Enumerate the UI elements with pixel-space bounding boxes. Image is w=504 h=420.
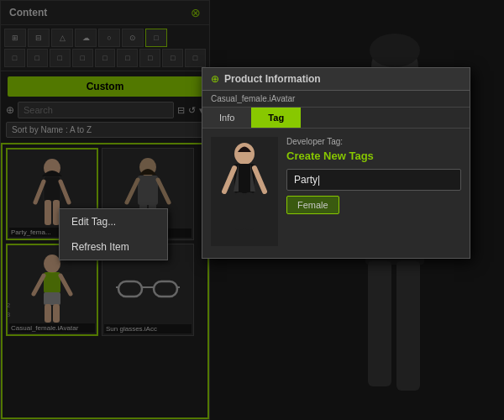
dialog-content: Developer Tag: Create New Tags Female (202, 129, 470, 258)
dialog-product-icon: ⊕ (211, 73, 219, 85)
svg-line-17 (127, 180, 138, 202)
dialog-title: Product Information (224, 73, 321, 85)
svg-rect-10 (44, 176, 60, 202)
female-tag-button[interactable]: Female (286, 196, 339, 214)
avatar-svg-3 (18, 252, 86, 328)
grid-item-3-label: Casual_female.iAvatar (9, 323, 95, 333)
sort-select[interactable]: Sort by Name : A to Z (6, 122, 204, 138)
svg-point-21 (44, 255, 60, 273)
svg-rect-23 (44, 292, 60, 305)
toolbar-icon-circle[interactable]: ○ (98, 29, 120, 47)
toolbar-icon-2-1[interactable]: □ (4, 49, 25, 67)
svg-line-24 (34, 276, 44, 294)
search-actions: ⊟ ↺ ▾ (177, 105, 204, 116)
svg-point-34 (234, 143, 255, 165)
svg-line-18 (158, 180, 169, 202)
toolbar-row-2: □ □ □ □ □ □ □ □ □ (4, 49, 206, 67)
toolbar-icon-shape[interactable]: △ (51, 29, 73, 47)
context-menu: Edit Tag... Refresh Item (59, 208, 168, 260)
content-grid: Party_fema... ...iAvata (1, 143, 209, 419)
svg-rect-22 (44, 272, 60, 293)
tab-tag[interactable]: Tag (251, 108, 301, 128)
toolbar-icon-square[interactable]: □ (145, 29, 167, 47)
context-menu-refresh-item[interactable]: Refresh Item (60, 234, 167, 260)
svg-rect-27 (53, 304, 60, 323)
toolbar-icon-target[interactable]: ⊙ (122, 29, 144, 47)
refresh-icon[interactable]: ↺ (188, 105, 196, 116)
toolbar-icon-cloud[interactable]: ☁ (75, 29, 97, 47)
page-num-3[interactable]: 3 (3, 311, 13, 318)
custom-button[interactable]: Custom (8, 76, 202, 97)
sort-bar: Sort by Name : A to Z (6, 122, 204, 138)
dialog-subtitle: Casual_female.iAvatar (202, 91, 470, 108)
dialog-tabs: Info Tag (202, 108, 470, 129)
svg-line-11 (35, 181, 44, 202)
svg-rect-28 (118, 281, 142, 297)
toolbar-icon-2-2[interactable]: □ (27, 49, 48, 67)
grid-item-4-label: Sun glasses.iAcc (104, 324, 192, 333)
product-dialog: ⊕ Product Information Casual_female.iAva… (202, 67, 470, 259)
svg-rect-26 (45, 304, 51, 323)
category-icon[interactable]: ⊕ (6, 104, 14, 116)
svg-rect-29 (154, 281, 177, 297)
dialog-right-content: Developer Tag: Create New Tags Female (286, 137, 461, 249)
search-input[interactable] (18, 102, 174, 118)
dialog-avatar-svg (211, 137, 278, 246)
page-number-list: 2 3 (3, 302, 13, 318)
toolbar-icon-2-6[interactable]: □ (117, 49, 138, 67)
create-tags-label: Create New Tags (286, 150, 461, 162)
close-icon[interactable]: ⊗ (191, 6, 201, 19)
toolbar-icon-2-7[interactable]: □ (139, 49, 160, 67)
svg-rect-8 (396, 260, 420, 391)
toolbar-icon-2-4[interactable]: □ (72, 49, 93, 67)
svg-rect-13 (45, 200, 51, 225)
svg-line-12 (60, 181, 69, 202)
svg-point-3 (370, 34, 420, 67)
context-menu-edit-tag[interactable]: Edit Tag... (60, 209, 167, 234)
toolbar-icon-2-5[interactable]: □ (95, 49, 116, 67)
svg-rect-7 (368, 260, 391, 386)
tag-input[interactable] (286, 169, 461, 191)
content-panel-title: Content (9, 7, 47, 18)
dialog-header: ⊕ Product Information (202, 68, 470, 91)
page-num-2[interactable]: 2 (3, 302, 13, 309)
toolbar-icon-2-8[interactable]: □ (162, 49, 183, 67)
avatar-svg-4 (114, 265, 181, 315)
toolbar-icon-2-9[interactable]: □ (185, 49, 206, 67)
content-panel-header: Content ⊗ (1, 1, 209, 25)
toolbar-row-1: ⊞ ⊟ △ ☁ ○ ⊙ □ (4, 29, 206, 47)
toolbar-icon-list[interactable]: ⊟ (28, 29, 50, 47)
svg-line-25 (60, 276, 71, 294)
svg-rect-39 (245, 192, 254, 230)
developer-tag-label: Developer Tag: (286, 137, 461, 146)
svg-rect-16 (138, 176, 158, 205)
svg-rect-38 (235, 192, 244, 230)
dialog-avatar-preview (211, 137, 278, 249)
icon-toolbar: ⊞ ⊟ △ ☁ ○ ⊙ □ □ □ □ □ □ □ □ □ □ (1, 25, 209, 71)
filter-icon[interactable]: ⊟ (177, 105, 185, 116)
search-bar: ⊕ ⊟ ↺ ▾ (6, 102, 204, 118)
toolbar-icon-2-3[interactable]: □ (50, 49, 71, 67)
toolbar-icon-grid[interactable]: ⊞ (4, 29, 26, 47)
tab-info[interactable]: Info (202, 108, 251, 128)
